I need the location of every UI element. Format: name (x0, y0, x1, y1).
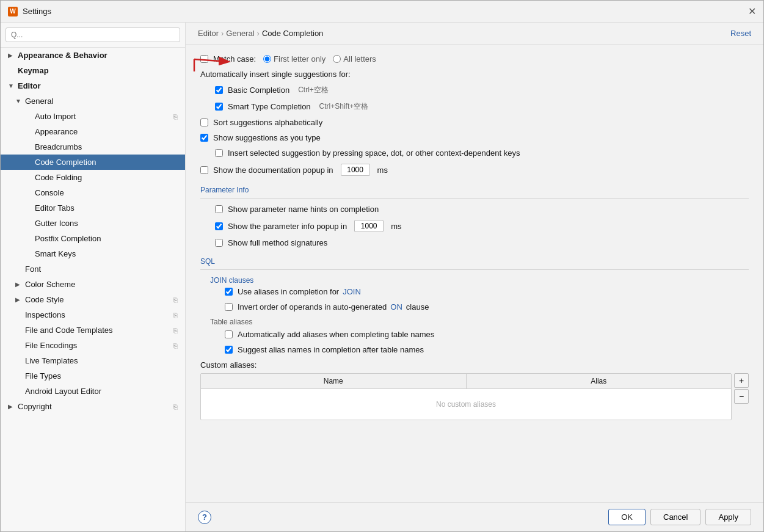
chevron-right-icon: ▶ (15, 281, 23, 288)
sql-section: SQL (200, 257, 749, 270)
sidebar-item-live-templates[interactable]: Live Templates (1, 353, 185, 368)
red-arrow-annotation (188, 53, 243, 78)
custom-aliases-section: Custom aliases: Name Alias No custom ali… (200, 360, 749, 420)
full-signatures-label[interactable]: Show full method signatures (228, 238, 327, 247)
sidebar-item-smart-keys[interactable]: Smart Keys (1, 246, 185, 261)
sidebar-item-file-encodings[interactable]: File Encodings ⎘ (1, 338, 185, 353)
basic-completion-label[interactable]: Basic Completion Ctrl+空格 (228, 85, 329, 95)
alias-table-body[interactable]: No custom aliases (201, 389, 731, 420)
sidebar-item-code-folding[interactable]: Code Folding (1, 170, 185, 185)
sidebar-item-appearance[interactable]: Appearance (1, 124, 185, 139)
first-letter-option[interactable]: First letter only (263, 54, 326, 64)
auto-add-aliases-checkbox[interactable] (225, 330, 233, 338)
use-aliases-join-label[interactable]: Use aliases in completion for JOIN (238, 287, 361, 296)
sidebar-label: Breadcrumbs (35, 142, 82, 151)
param-hints-checkbox[interactable] (215, 205, 223, 213)
sidebar-label: Editor (18, 81, 41, 90)
chevron-right-icon: ▶ (8, 403, 15, 410)
param-popup-row: Show the parameter info popup in ms (200, 220, 749, 232)
sidebar-item-color-scheme[interactable]: ▶ Color Scheme (1, 277, 185, 292)
sidebar-item-android-layout[interactable]: Android Layout Editor (1, 384, 185, 399)
remove-alias-button[interactable]: − (734, 389, 749, 404)
settings-content: Match case: First letter only All letter… (186, 45, 763, 502)
sidebar-label: File and Code Templates (25, 326, 113, 335)
invert-order-text: Invert order of operands in auto-generat… (238, 302, 387, 312)
param-hints-label[interactable]: Show parameter name hints on completion (228, 205, 379, 214)
show-doc-popup-row: Show the documentation popup in ms (200, 164, 749, 176)
reset-button[interactable]: Reset (730, 29, 751, 38)
sidebar-label: Appearance (35, 127, 78, 136)
titlebar-left: W Settings (8, 7, 51, 16)
sidebar-item-appearance-behavior[interactable]: ▶ Appearance & Behavior (1, 48, 185, 63)
sql-label: SQL (200, 257, 749, 266)
add-alias-button[interactable]: + (734, 373, 749, 388)
param-popup-checkbox[interactable] (215, 222, 223, 230)
sidebar-item-copyright[interactable]: ▶ Copyright ⎘ (1, 399, 185, 414)
sidebar-item-font[interactable]: Font (1, 261, 185, 277)
sidebar-item-auto-import[interactable]: Auto Import ⎘ (1, 109, 185, 124)
close-button[interactable]: ✕ (748, 5, 756, 17)
doc-popup-ms-input[interactable] (341, 164, 370, 176)
invert-order-label[interactable]: Invert order of operands in auto-generat… (238, 302, 429, 312)
alias-table-buttons: + − (734, 373, 749, 420)
sidebar-item-postfix-completion[interactable]: Postfix Completion (1, 231, 185, 246)
smart-completion-checkbox[interactable] (215, 103, 223, 111)
sidebar-item-console[interactable]: Console (1, 185, 185, 200)
sidebar-label: Appearance & Behavior (18, 51, 107, 60)
alias-table: Name Alias No custom aliases (200, 373, 732, 420)
show-doc-popup-checkbox[interactable] (200, 166, 208, 174)
join-clauses-label: JOIN clauses (210, 276, 749, 285)
all-letters-option[interactable]: All letters (333, 54, 376, 64)
invert-order-checkbox[interactable] (225, 303, 233, 311)
all-letters-radio[interactable] (333, 55, 341, 63)
smart-completion-row: Smart Type Completion Ctrl+Shift+空格 (200, 101, 749, 112)
join-colored: JOIN (343, 287, 361, 296)
sidebar-item-file-code-templates[interactable]: File and Code Templates ⎘ (1, 322, 185, 338)
suggest-alias-checkbox[interactable] (225, 346, 233, 354)
alias-table-col-alias: Alias (467, 374, 732, 388)
sidebar-item-keymap[interactable]: Keymap (1, 63, 185, 78)
sidebar-item-breadcrumbs[interactable]: Breadcrumbs (1, 139, 185, 155)
sidebar-item-editor[interactable]: ▼ Editor (1, 78, 185, 93)
use-aliases-join-checkbox[interactable] (225, 288, 233, 296)
param-name-hints-row: Show parameter name hints on completion (200, 205, 749, 214)
sort-alphabetically-label[interactable]: Sort suggestions alphabetically (213, 118, 322, 127)
parameter-info-label: Parameter Info (200, 186, 749, 194)
sidebar-item-inspections[interactable]: Inspections ⎘ (1, 307, 185, 322)
sidebar-item-gutter-icons[interactable]: Gutter Icons (1, 216, 185, 231)
apply-button[interactable]: Apply (705, 509, 751, 525)
insert-selected-checkbox[interactable] (215, 149, 223, 157)
sidebar-label: Font (25, 264, 41, 274)
auto-add-aliases-label[interactable]: Automatically add aliases when completin… (238, 330, 434, 339)
param-popup-ms-input[interactable] (354, 220, 384, 232)
help-button[interactable]: ? (198, 511, 211, 524)
show-suggestions-checkbox[interactable] (200, 134, 208, 142)
sidebar-label: Gutter Icons (35, 219, 78, 228)
sort-alphabetically-checkbox[interactable] (200, 118, 208, 126)
basic-completion-checkbox[interactable] (215, 86, 223, 94)
sidebar-item-general[interactable]: ▼ General (1, 93, 185, 109)
main-panel: Editor › General › Code Completion Reset (186, 23, 763, 531)
insert-selected-label[interactable]: Insert selected suggestion by pressing s… (228, 148, 520, 158)
sidebar-label: Code Completion (35, 158, 96, 167)
full-signatures-checkbox[interactable] (215, 239, 223, 247)
sidebar-item-file-types[interactable]: File Types (1, 368, 185, 384)
sidebar-item-code-completion[interactable]: Code Completion (1, 155, 185, 170)
invert-order-row: Invert order of operands in auto-generat… (210, 302, 749, 312)
ok-button[interactable]: OK (608, 509, 646, 525)
sidebar-item-editor-tabs[interactable]: Editor Tabs (1, 200, 185, 216)
param-popup-label[interactable]: Show the parameter info popup in (228, 222, 347, 231)
breadcrumb-sep1: › (221, 29, 224, 38)
parameter-info-section: Parameter Info (200, 186, 749, 199)
show-doc-popup-label[interactable]: Show the documentation popup in (213, 166, 333, 175)
smart-completion-label[interactable]: Smart Type Completion Ctrl+Shift+空格 (228, 101, 368, 112)
show-suggestions-label[interactable]: Show suggestions as you type (213, 133, 321, 142)
search-input[interactable] (5, 27, 180, 42)
chevron-right-icon: ▶ (15, 296, 23, 303)
first-letter-radio[interactable] (263, 55, 271, 63)
sidebar-item-code-style[interactable]: ▶ Code Style ⎘ (1, 292, 185, 307)
sidebar-label: Inspections (25, 310, 65, 319)
copy-icon: ⎘ (173, 296, 178, 304)
cancel-button[interactable]: Cancel (650, 509, 700, 525)
suggest-alias-label[interactable]: Suggest alias names in completion after … (238, 345, 424, 354)
